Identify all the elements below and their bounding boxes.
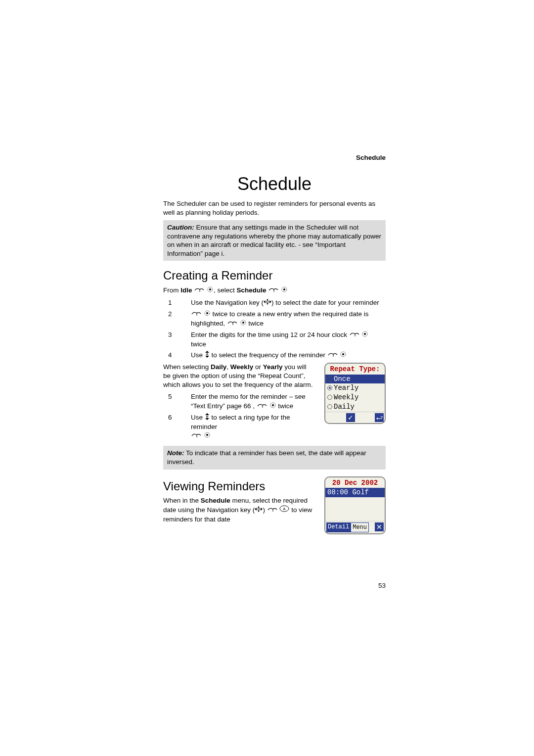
- hand-icon: [227, 319, 238, 329]
- freq-col: When selecting Daily, Weekly or Yearly y…: [163, 363, 314, 443]
- select-icon: [361, 331, 368, 340]
- from-mid: , select: [214, 286, 237, 294]
- hand-icon: [194, 286, 205, 295]
- phone-title: Repeat Type:: [325, 364, 385, 375]
- svg-marker-8: [267, 303, 268, 305]
- up-down-icon: [205, 351, 210, 360]
- viewing-post: ): [263, 506, 267, 514]
- softkey-close-icon: ✕: [375, 522, 384, 531]
- svg-point-3: [283, 288, 285, 290]
- note-box: Note: To indicate that a reminder has be…: [163, 446, 386, 469]
- step-text: Use the Navigation key ( ) to select the…: [191, 298, 386, 308]
- hand-icon: [267, 506, 278, 515]
- step-text-part: ) to select the date for your reminder: [271, 299, 379, 306]
- step-row: 3 Enter the digits for the time using 12…: [163, 331, 386, 349]
- freq-comma: ,: [226, 363, 230, 371]
- radio-icon: [327, 395, 332, 400]
- select-icon: [240, 319, 247, 329]
- step-number: 1: [163, 298, 179, 308]
- phone-screenshot-day: 20 Dec 2002 08:00 Golf Detail Menu ✕: [324, 476, 386, 535]
- step-text-part: twice: [276, 402, 294, 410]
- svg-marker-4: [264, 300, 266, 303]
- svg-marker-15: [205, 351, 209, 353]
- phone-screenshot-repeat: Repeat Type: Once Yearly Weekly Daily ✓ …: [324, 363, 386, 424]
- hand-icon: [257, 402, 267, 411]
- svg-marker-30: [258, 506, 260, 508]
- page-sheet: Schedule Schedule The Scheduler can be u…: [0, 0, 534, 756]
- step-text: Enter the digits for the time using 12 o…: [191, 331, 386, 349]
- step-row: 6 Use to select a ring type for the remi…: [163, 413, 314, 441]
- heading-creating: Creating a Reminder: [163, 268, 386, 284]
- step-number: 6: [163, 413, 179, 441]
- step-number: 4: [163, 351, 179, 360]
- step-text: twice to create a new entry when the req…: [191, 310, 386, 329]
- svg-point-29: [258, 508, 260, 510]
- svg-point-16: [206, 354, 208, 355]
- softkey-menu: Menu: [351, 522, 369, 532]
- hand-icon: [191, 310, 202, 319]
- phone-day-title: 20 Dec 2002: [325, 477, 385, 488]
- viewing-schedule: Schedule: [201, 497, 230, 504]
- viewing-paragraph: When in the Schedule menu, select the re…: [163, 496, 314, 524]
- step-text-part: Use the Navigation key (: [191, 299, 264, 306]
- intro-paragraph: The Scheduler can be used to register re…: [163, 199, 386, 217]
- freq-yearly: Yearly: [263, 363, 283, 371]
- softkey-ok-icon: ✓: [346, 413, 355, 422]
- select-icon: [281, 286, 288, 295]
- caution-label: Caution:: [167, 224, 194, 231]
- svg-point-12: [242, 322, 244, 324]
- viewing-and-screen: Viewing Reminders When in the Schedule m…: [163, 476, 386, 535]
- running-header: Schedule: [163, 153, 386, 162]
- nav-key-icon: [264, 298, 271, 307]
- step-row: 4 Use to select the frequency of the rem…: [163, 351, 386, 360]
- from-schedule: Schedule: [237, 286, 267, 294]
- hand-icon: [191, 431, 202, 441]
- phone-option-label: Once: [334, 375, 351, 383]
- caution-box: Caution: Ensure that any settings made i…: [163, 220, 386, 261]
- step-text-part: Enter the digits for the time using 12 o…: [191, 331, 349, 338]
- svg-point-26: [206, 434, 208, 436]
- day-screen-col: 20 Dec 2002 08:00 Golf Detail Menu ✕: [324, 476, 386, 535]
- step-row: 1 Use the Navigation key ( ) to select t…: [163, 298, 386, 308]
- step-text-part: to select the frequency of the reminder: [210, 352, 327, 359]
- from-line: From Idle , select Schedule: [163, 286, 386, 295]
- svg-marker-27: [255, 508, 257, 511]
- caution-text: Ensure that any settings made in the Sch…: [167, 224, 381, 257]
- freq-and-screen: When selecting Daily, Weekly or Yearly y…: [163, 363, 386, 443]
- step-text-part: twice: [247, 320, 264, 327]
- heading-viewing: Viewing Reminders: [163, 478, 314, 494]
- viewing-pre: When in the: [163, 497, 201, 504]
- freq-pre: When selecting: [163, 363, 211, 371]
- phone-option-label: Weekly: [334, 393, 358, 401]
- from-prefix: From: [163, 286, 180, 294]
- radio-icon: [327, 404, 332, 409]
- step-text-part: Use: [191, 414, 205, 421]
- phone-option-label: Daily: [334, 403, 355, 411]
- viewing-col: Viewing Reminders When in the Schedule m…: [163, 476, 314, 527]
- select-icon: [340, 351, 347, 360]
- hand-icon: [327, 351, 338, 360]
- svg-point-10: [206, 312, 208, 314]
- softkey-detail: Detail: [326, 522, 351, 532]
- select-icon: [269, 402, 276, 411]
- phone-option-weekly: Weekly: [325, 393, 385, 402]
- step-text: Enter the memo for the reminder – see “T…: [191, 392, 314, 411]
- phone-day-entry: 08:00 Golf: [325, 488, 385, 497]
- svg-point-23: [206, 416, 208, 417]
- step-row: 2 twice to create a new entry when the r…: [163, 310, 386, 329]
- phone-option-label: Yearly: [334, 384, 358, 392]
- freq-weekly: Weekly: [230, 363, 253, 371]
- select-icon: [204, 310, 211, 319]
- page-number: 53: [378, 581, 386, 590]
- page-content: Schedule Schedule The Scheduler can be u…: [163, 153, 386, 756]
- hand-icon: [268, 286, 279, 295]
- step-text-part: twice: [191, 340, 206, 348]
- svg-marker-24: [205, 418, 209, 420]
- softkey-a-icon: A: [279, 506, 291, 514]
- freq-paragraph: When selecting Daily, Weekly or Yearly y…: [163, 363, 314, 390]
- page-title: Schedule: [163, 172, 386, 196]
- svg-marker-7: [267, 299, 268, 300]
- step-row: 5 Enter the memo for the reminder – see …: [163, 392, 314, 411]
- svg-marker-31: [258, 511, 260, 512]
- phone-day-softkeys: Detail Menu ✕: [325, 521, 385, 533]
